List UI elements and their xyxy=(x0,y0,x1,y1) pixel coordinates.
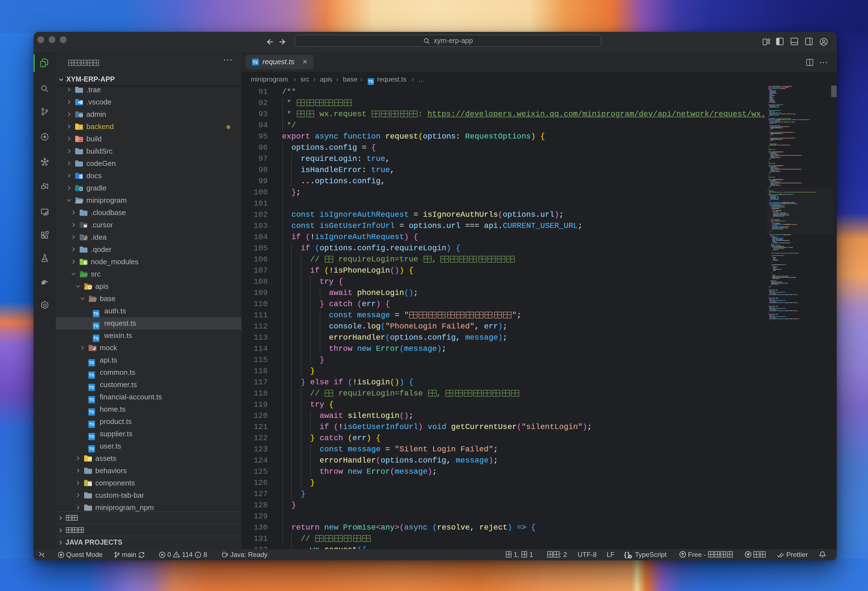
svg-text:</>: </> xyxy=(83,274,87,277)
